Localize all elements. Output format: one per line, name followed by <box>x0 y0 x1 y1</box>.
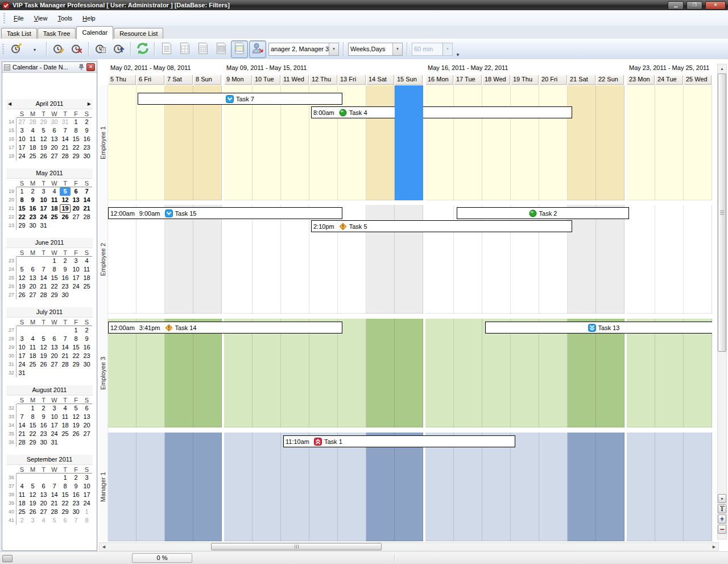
day-cell[interactable] <box>309 319 338 427</box>
day-2[interactable]: 2 <box>38 404 49 413</box>
view-timeline-button[interactable] <box>231 40 248 58</box>
day-23[interactable]: 23 <box>27 213 38 221</box>
day-13[interactable]: 13 <box>71 196 81 204</box>
day-header-5-thu[interactable]: 5 Thu <box>108 75 136 85</box>
day-18[interactable]: 18 <box>60 421 71 430</box>
day-9[interactable]: 9 <box>60 265 71 274</box>
day-3[interactable]: 3 <box>38 187 49 196</box>
day-17[interactable]: 17 <box>38 204 49 213</box>
day-9[interactable]: 9 <box>81 126 92 135</box>
day-16[interactable]: 16 <box>60 274 71 282</box>
day-cell[interactable] <box>627 433 655 541</box>
day-11[interactable]: 11 <box>60 413 71 421</box>
day-25[interactable]: 25 <box>16 508 27 516</box>
menu-file[interactable]: File <box>9 13 29 24</box>
maximize-button[interactable]: ❐ <box>686 1 702 10</box>
day-10[interactable]: 10 <box>16 135 27 143</box>
zoom-in-button[interactable]: + <box>718 514 726 524</box>
day-10[interactable]: 10 <box>49 413 60 421</box>
day-18[interactable]: 18 <box>49 204 60 213</box>
day-17[interactable]: 17 <box>16 143 27 152</box>
day-cell[interactable] <box>224 205 253 314</box>
day-24[interactable]: 24 <box>49 430 60 438</box>
task-bar-task-4[interactable]: 8:00amTask 4 <box>311 106 572 118</box>
day-header-11-wed[interactable]: 11 Wed <box>281 75 309 85</box>
day-29[interactable]: 29 <box>60 508 71 516</box>
day-30[interactable]: 30 <box>71 508 81 516</box>
day-1[interactable]: 1 <box>71 118 81 126</box>
scroll-down-button[interactable]: ▼ <box>718 494 726 503</box>
day-7[interactable]: 7 <box>38 265 49 274</box>
day-3[interactable]: 3 <box>16 126 27 135</box>
day-5[interactable]: 5 <box>27 482 38 491</box>
task-bar-task-14[interactable]: 12:00am3:41pmTask 14 <box>108 322 342 334</box>
day-23[interactable]: 23 <box>71 499 81 508</box>
day-18[interactable]: 18 <box>27 352 38 360</box>
task-bar-task-7[interactable]: Task 7 <box>138 93 342 105</box>
day-30[interactable]: 30 <box>49 118 60 126</box>
day-11[interactable]: 11 <box>49 196 60 204</box>
day-cell[interactable] <box>425 319 454 427</box>
day-12[interactable]: 12 <box>27 491 38 499</box>
day-26[interactable]: 26 <box>27 508 38 516</box>
day-20[interactable]: 20 <box>49 352 60 360</box>
new-task-options-button[interactable]: ▼ <box>26 40 43 58</box>
day-3[interactable]: 3 <box>71 257 81 265</box>
day-7[interactable]: 7 <box>81 187 92 196</box>
horizontal-scrollbar[interactable]: ◀ ▶ <box>99 542 719 551</box>
day-16[interactable]: 16 <box>81 343 92 352</box>
day-7[interactable]: 7 <box>49 482 60 491</box>
delete-task-button[interactable] <box>68 40 85 58</box>
day-14[interactable]: 14 <box>49 491 60 499</box>
day-7[interactable]: 7 <box>60 126 71 135</box>
day-27[interactable]: 27 <box>71 213 81 221</box>
day-18[interactable]: 18 <box>27 143 38 152</box>
day-1[interactable]: 1 <box>49 257 60 265</box>
day-15[interactable]: 15 <box>27 421 38 430</box>
menu-tools[interactable]: Tools <box>52 13 77 24</box>
day-25[interactable]: 25 <box>60 430 71 438</box>
selected-day-cell[interactable] <box>395 85 423 200</box>
day-27[interactable]: 27 <box>81 430 92 438</box>
day-31[interactable]: 31 <box>49 438 60 447</box>
day-20[interactable]: 20 <box>38 499 49 508</box>
day-31[interactable]: 31 <box>16 369 27 377</box>
day-3[interactable]: 3 <box>16 335 27 343</box>
day-4[interactable]: 4 <box>27 126 38 135</box>
day-21[interactable]: 21 <box>60 352 71 360</box>
refresh-button[interactable] <box>134 40 151 58</box>
day-8[interactable]: 8 <box>27 413 38 421</box>
day-23[interactable]: 23 <box>38 430 49 438</box>
day-5[interactable]: 5 <box>38 126 49 135</box>
day-10[interactable]: 10 <box>16 343 27 352</box>
day-9[interactable]: 9 <box>27 196 38 204</box>
day-cell[interactable] <box>425 85 454 200</box>
update-task-button[interactable] <box>110 40 127 58</box>
day-5[interactable]: 5 <box>38 335 49 343</box>
day-header-7-sat[interactable]: 7 Sat <box>165 75 193 85</box>
day-19[interactable]: 19 <box>38 143 49 152</box>
day-26[interactable]: 26 <box>71 430 81 438</box>
task-bar-task-13[interactable]: Task 13 <box>485 322 712 334</box>
day-19[interactable]: 19 <box>27 499 38 508</box>
day-7[interactable]: 7 <box>60 335 71 343</box>
task-bar-task-1[interactable]: 11:10amTask 1 <box>283 435 515 447</box>
day-10[interactable]: 10 <box>71 265 81 274</box>
day-2[interactable]: 2 <box>81 326 92 335</box>
selected-day[interactable]: 5 <box>60 187 71 196</box>
day-cell[interactable] <box>338 433 366 541</box>
day-25[interactable]: 25 <box>49 213 60 221</box>
day-21[interactable]: 21 <box>38 282 49 291</box>
day-12[interactable]: 12 <box>16 274 27 282</box>
day-cell[interactable] <box>627 319 655 427</box>
day-header-21-sat[interactable]: 21 Sat <box>568 75 595 85</box>
day-cell[interactable] <box>596 85 624 200</box>
day-6[interactable]: 6 <box>71 187 81 196</box>
day-cell[interactable] <box>281 205 309 314</box>
day-16[interactable]: 16 <box>38 421 49 430</box>
day-header-22-sun[interactable]: 22 Sun <box>596 75 624 85</box>
day-1[interactable]: 1 <box>27 404 38 413</box>
show-resources-button[interactable] <box>249 40 266 58</box>
day-cell[interactable] <box>253 205 281 314</box>
view-mode-combobox[interactable]: Weeks,Days ▼ <box>348 43 403 56</box>
